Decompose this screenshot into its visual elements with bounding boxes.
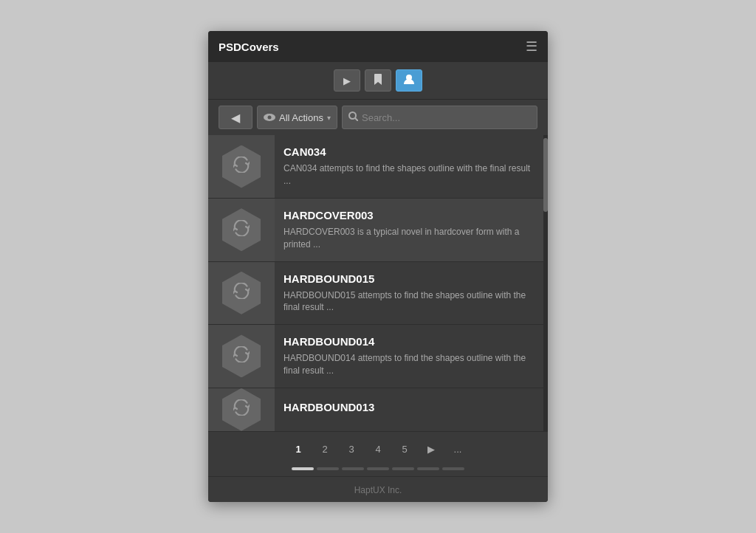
list-item[interactable]: HARDBOUND013: [208, 388, 543, 432]
footer: HaptUX Inc.: [208, 476, 548, 502]
item-description: HARDBOUND014 attempts to find the shapes…: [284, 352, 535, 377]
item-description: HARDBOUND015 attempts to find the shapes…: [284, 289, 535, 314]
svg-line-4: [355, 118, 358, 121]
user-button[interactable]: [396, 69, 422, 92]
page-indicator-active: [292, 467, 314, 470]
scrollbar-track[interactable]: [543, 135, 548, 431]
footer-text: HaptUX Inc.: [354, 485, 402, 495]
header: PSDCovers ☰: [208, 31, 548, 62]
item-thumbnail: [208, 388, 275, 431]
item-title: HARDBOUND014: [284, 335, 535, 348]
item-content: HARDCOVER003 HARDCOVER003 is a typical n…: [275, 199, 543, 261]
page-indicator: [342, 467, 364, 470]
hex-shape: [222, 334, 261, 377]
refresh-icon: [233, 220, 250, 240]
list-item[interactable]: CAN034 CAN034 attempts to find the shape…: [208, 135, 543, 199]
search-input-wrapper: [342, 106, 537, 129]
search-icon: [348, 111, 358, 123]
bookmark-icon: [374, 74, 382, 88]
chevron-down-icon: ▾: [327, 114, 331, 122]
page-button-1[interactable]: 1: [286, 439, 310, 460]
hex-shape: [222, 208, 261, 251]
list-items: CAN034 CAN034 attempts to find the shape…: [208, 135, 543, 431]
filter-dropdown[interactable]: All Actions ▾: [257, 106, 337, 129]
play-icon: ▶: [343, 75, 351, 86]
back-button[interactable]: ◀: [219, 106, 252, 129]
page-next-button[interactable]: ▶: [419, 439, 443, 460]
page-indicator: [392, 467, 414, 470]
page-indicator: [417, 467, 439, 470]
page-button-3[interactable]: 3: [340, 439, 363, 460]
page-button-2[interactable]: 2: [313, 439, 337, 460]
item-thumbnail: [208, 325, 275, 388]
item-title: HARDBOUND015: [284, 272, 535, 285]
item-title: HARDBOUND013: [284, 401, 535, 413]
app-title: PSDCovers: [219, 41, 279, 53]
item-content: HARDBOUND013: [275, 388, 543, 431]
list-item[interactable]: HARDBOUND015 HARDBOUND015 attempts to fi…: [208, 262, 543, 326]
list-item[interactable]: HARDBOUND014 HARDBOUND014 attempts to fi…: [208, 325, 543, 388]
search-bar: ◀ All Actions ▾: [208, 100, 548, 135]
scrollbar-thumb[interactable]: [543, 138, 548, 212]
toolbar: ▶: [208, 62, 548, 100]
item-thumbnail: [208, 135, 275, 198]
list-item[interactable]: HARDCOVER003 HARDCOVER003 is a typical n…: [208, 199, 543, 262]
hex-shape: [222, 272, 261, 314]
svg-point-2: [268, 115, 272, 119]
bookmark-button[interactable]: [365, 69, 391, 92]
hex-shape: [222, 388, 261, 431]
page-indicator: [317, 467, 339, 470]
play-button[interactable]: ▶: [334, 69, 360, 92]
page-indicator: [367, 467, 389, 470]
refresh-icon: [233, 283, 250, 303]
eye-icon: [264, 112, 275, 123]
refresh-icon: [233, 399, 250, 419]
user-icon: [404, 74, 414, 88]
hex-shape: [222, 145, 261, 188]
list-wrapper: CAN034 CAN034 attempts to find the shape…: [208, 135, 548, 431]
item-content: HARDBOUND015 HARDBOUND015 attempts to fi…: [275, 262, 543, 325]
page-button-4[interactable]: 4: [366, 439, 390, 460]
page-indicators: [208, 464, 548, 476]
hamburger-icon[interactable]: ☰: [526, 38, 537, 55]
filter-label: All Actions: [279, 112, 323, 123]
svg-point-3: [349, 112, 356, 119]
app-container: PSDCovers ☰ ▶: [208, 31, 548, 501]
pagination: 1 2 3 4 5 ▶ ...: [208, 432, 548, 464]
item-content: HARDBOUND014 HARDBOUND014 attempts to fi…: [275, 325, 543, 388]
back-icon: ◀: [231, 111, 240, 125]
item-thumbnail: [208, 262, 275, 325]
page-indicator: [442, 467, 464, 470]
refresh-icon: [233, 346, 250, 366]
item-description: HARDCOVER003 is a typical novel in hardc…: [284, 226, 535, 251]
page-button-5[interactable]: 5: [393, 439, 416, 460]
item-description: CAN034 attempts to find the shapes outli…: [284, 162, 535, 188]
item-title: CAN034: [284, 145, 535, 158]
page-ellipsis[interactable]: ...: [446, 439, 470, 460]
item-title: HARDCOVER003: [284, 209, 535, 221]
item-thumbnail: [208, 199, 275, 261]
item-content: CAN034 CAN034 attempts to find the shape…: [275, 135, 543, 198]
refresh-icon: [233, 157, 250, 176]
search-input[interactable]: [362, 112, 531, 123]
